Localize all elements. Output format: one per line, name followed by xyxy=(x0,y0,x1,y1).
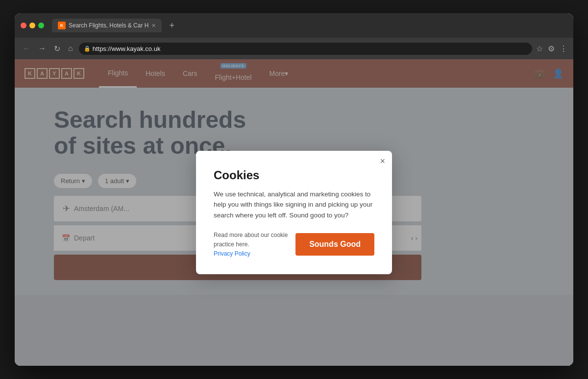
back-button[interactable]: ← xyxy=(21,42,32,55)
address-wrap: 🔒 https://www.kayak.co.uk xyxy=(79,43,532,55)
modal-close-button[interactable]: × xyxy=(380,157,385,166)
tab-close-button[interactable]: × xyxy=(151,22,155,29)
minimize-traffic-light[interactable] xyxy=(29,23,35,28)
forward-button[interactable]: → xyxy=(36,42,48,55)
bookmark-icon[interactable]: ☆ xyxy=(536,44,543,53)
browser-tab[interactable]: K Search Flights, Hotels & Car H × xyxy=(52,19,162,32)
sounds-good-button[interactable]: Sounds Good xyxy=(295,233,374,256)
modal-links: Read more about our cookie practice here… xyxy=(214,231,295,259)
maximize-traffic-light[interactable] xyxy=(38,23,44,28)
modal-footer: Read more about our cookie practice here… xyxy=(214,231,374,259)
home-button[interactable]: ⌂ xyxy=(66,42,75,55)
modal-title: Cookies xyxy=(214,168,374,182)
traffic-lights xyxy=(21,23,44,28)
modal-overlay[interactable]: × Cookies We use technical, analytical a… xyxy=(15,59,573,366)
browser-window: K Search Flights, Hotels & Car H × + ← →… xyxy=(15,13,573,366)
menu-icon[interactable]: ⋮ xyxy=(560,44,567,53)
tab-favicon: K xyxy=(58,22,66,29)
close-traffic-light[interactable] xyxy=(21,23,26,28)
url-bar[interactable]: https://www.kayak.co.uk xyxy=(79,43,532,55)
browser-actions: ☆ ⚙ ⋮ xyxy=(536,44,567,53)
webpage: K A Y A K Flights Hotels Cars HOLIDAYS F… xyxy=(15,59,573,366)
lock-icon: 🔒 xyxy=(84,46,91,52)
title-bar: K Search Flights, Hotels & Car H × + xyxy=(15,13,573,38)
address-bar: ← → ↻ ⌂ 🔒 https://www.kayak.co.uk ☆ ⚙ ⋮ xyxy=(15,38,573,59)
cookie-modal: × Cookies We use technical, analytical a… xyxy=(196,151,392,274)
tab-title: Search Flights, Hotels & Car H xyxy=(69,22,148,29)
settings-icon[interactable]: ⚙ xyxy=(548,44,555,53)
read-more-text: Read more about our cookie practice here… xyxy=(214,232,288,248)
refresh-button[interactable]: ↻ xyxy=(52,42,62,55)
new-tab-button[interactable]: + xyxy=(166,21,179,31)
privacy-policy-link[interactable]: Privacy Policy xyxy=(214,249,295,259)
modal-description: We use technical, analytical and marketi… xyxy=(214,189,374,221)
